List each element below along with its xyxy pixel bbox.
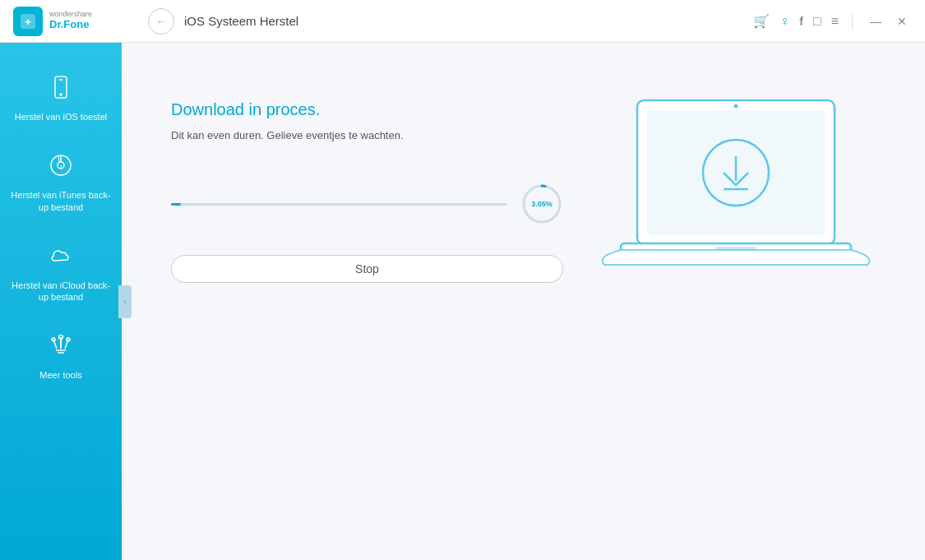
chat-icon[interactable]: □ <box>813 14 821 29</box>
content-inner: Download in proces. Dit kan even duren. … <box>171 84 876 314</box>
svg-point-22 <box>734 104 738 109</box>
progress-circle: 3.05% <box>520 183 563 225</box>
phone-icon <box>48 74 74 104</box>
cloud-icon <box>48 243 74 273</box>
download-title: Download in proces. <box>171 100 563 119</box>
sidebar-item-itunes-backup[interactable]: ♪ Herstel van iTunes back-up bestand <box>0 137 122 228</box>
logo: + wondershare Dr.Fone <box>13 7 135 36</box>
logo-text: wondershare Dr.Fone <box>49 11 92 30</box>
toolbar-actions: 🛒 ♀ f □ ≡ — ✕ <box>753 12 912 31</box>
page-title: iOS Systeem Herstel <box>184 14 753 28</box>
sidebar-item-ios-restore[interactable]: Herstel van iOS toestel <box>0 59 122 137</box>
sidebar-label-icloud-backup: Herstel van iCloud back-up bestand <box>8 280 113 303</box>
stop-button[interactable]: Stop <box>171 255 563 283</box>
sidebar: Herstel van iOS toestel ♪ Herstel van iT… <box>0 43 122 560</box>
download-section: Download in proces. Dit kan even duren. … <box>171 84 563 283</box>
download-subtitle: Dit kan even duren. Gelieve eventjes te … <box>171 129 563 141</box>
sidebar-label-meer-tools: Meer tools <box>39 369 81 381</box>
sidebar-item-icloud-backup[interactable]: Herstel van iCloud back-up bestand <box>0 228 122 318</box>
menu-icon[interactable]: ≡ <box>831 14 839 29</box>
title-bar: + wondershare Dr.Fone ← iOS Systeem Hers… <box>0 0 925 43</box>
progress-bar-fill <box>171 203 181 206</box>
minimize-button[interactable]: — <box>866 12 886 31</box>
tools-icon <box>48 332 74 363</box>
sidebar-label-ios-restore: Herstel van iOS toestel <box>15 111 108 123</box>
close-button[interactable]: ✕ <box>892 12 912 31</box>
window-controls: — ✕ <box>866 12 912 31</box>
progress-area: 3.05% <box>171 183 563 225</box>
back-button[interactable]: ← <box>148 8 174 35</box>
svg-text:♪: ♪ <box>59 162 63 170</box>
separator <box>852 13 853 30</box>
profile-icon[interactable]: ♀ <box>779 14 789 29</box>
main-layout: Herstel van iOS toestel ♪ Herstel van iT… <box>0 43 925 560</box>
progress-percent: 3.05% <box>531 200 553 208</box>
svg-text:+: + <box>25 16 31 28</box>
cart-icon[interactable]: 🛒 <box>753 13 770 29</box>
logo-icon: + <box>13 7 43 36</box>
sidebar-item-meer-tools[interactable]: Meer tools <box>0 317 122 396</box>
content-area: Download in proces. Dit kan even duren. … <box>122 43 925 560</box>
facebook-icon[interactable]: f <box>799 15 803 28</box>
progress-bar <box>171 203 507 206</box>
sidebar-label-itunes-backup: Herstel van iTunes back-up bestand <box>8 189 113 213</box>
sidebar-collapse-button[interactable]: ‹ <box>118 285 132 318</box>
laptop-illustration <box>596 84 876 314</box>
svg-point-4 <box>60 94 62 95</box>
music-icon: ♪ <box>48 152 74 183</box>
